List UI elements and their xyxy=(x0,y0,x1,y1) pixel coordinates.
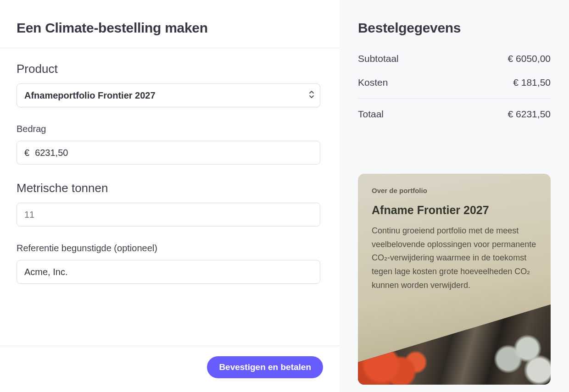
fees-value: € 181,50 xyxy=(513,77,551,88)
portfolio-card-content: Over de portfolio Afname Frontier 2027 C… xyxy=(358,174,551,292)
amount-label: Bedrag xyxy=(17,124,323,134)
product-field-group: Product Afnameportfolio Frontier 2027 xyxy=(17,62,323,107)
portfolio-image xyxy=(358,304,551,385)
subtotal-value: € 6050,00 xyxy=(508,53,551,64)
confirm-pay-button[interactable]: Bevestigen en betalen xyxy=(207,356,323,378)
reference-input[interactable] xyxy=(17,260,320,284)
amount-input[interactable]: € 6231,50 xyxy=(17,141,320,165)
product-select-wrap: Afnameportfolio Frontier 2027 xyxy=(17,83,323,107)
summary-row-fees: Kosten € 181,50 xyxy=(358,72,551,96)
portfolio-description: Continu groeiend portfolio met de meest … xyxy=(372,224,537,292)
portfolio-heading: Afname Frontier 2027 xyxy=(372,204,537,217)
amount-value: 6231,50 xyxy=(35,148,68,158)
total-value: € 6231,50 xyxy=(508,109,551,120)
form-area: Product Afnameportfolio Frontier 2027 Be… xyxy=(0,48,340,346)
summary-row-total: Totaal € 6231,50 xyxy=(358,104,551,128)
metric-tons-label: Metrische tonnen xyxy=(17,181,323,195)
portfolio-card: Over de portfolio Afname Frontier 2027 C… xyxy=(358,174,551,385)
subtotal-label: Subtotaal xyxy=(358,53,399,64)
reference-field-group: Referentie begunstigde (optioneel) xyxy=(17,243,323,284)
reference-label: Referentie begunstigde (optioneel) xyxy=(17,243,323,254)
amount-field-group: Bedrag € 6231,50 xyxy=(17,124,323,165)
total-label: Totaal xyxy=(358,109,384,120)
metric-tons-field-group: Metrische tonnen xyxy=(17,181,323,226)
product-select[interactable]: Afnameportfolio Frontier 2027 xyxy=(17,83,320,107)
page-header: Een Climate-bestelling maken xyxy=(0,0,340,48)
page-title: Een Climate-bestelling maken xyxy=(17,20,323,36)
form-column: Een Climate-bestelling maken Product Afn… xyxy=(0,0,340,392)
currency-symbol: € xyxy=(24,148,29,158)
product-select-value: Afnameportfolio Frontier 2027 xyxy=(24,90,156,101)
summary-row-subtotal: Subtotaal € 6050,00 xyxy=(358,49,551,72)
summary-divider xyxy=(358,98,551,99)
product-label: Product xyxy=(17,62,323,76)
fees-label: Kosten xyxy=(358,77,388,88)
metric-tons-input[interactable] xyxy=(17,203,320,226)
summary-title: Bestelgegevens xyxy=(358,20,551,36)
summary-column: Bestelgegevens Subtotaal € 6050,00 Koste… xyxy=(340,0,569,392)
portfolio-eyebrow: Over de portfolio xyxy=(372,187,537,194)
footer: Bevestigen en betalen xyxy=(0,346,340,392)
